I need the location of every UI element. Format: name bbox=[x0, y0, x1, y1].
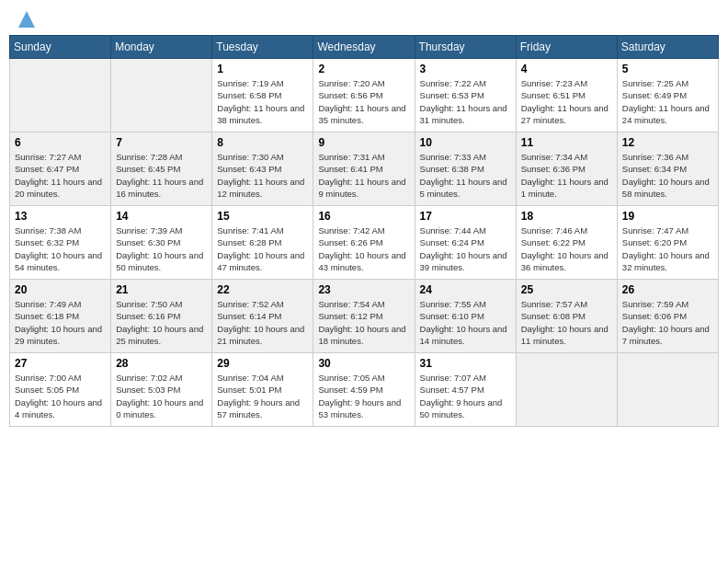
day-info: Sunrise: 7:28 AM Sunset: 6:45 PM Dayligh… bbox=[116, 151, 207, 200]
day-number: 28 bbox=[116, 357, 207, 370]
day-info: Sunrise: 7:47 AM Sunset: 6:20 PM Dayligh… bbox=[622, 224, 713, 273]
calendar-cell: 15Sunrise: 7:41 AM Sunset: 6:28 PM Dayli… bbox=[212, 206, 313, 280]
calendar-cell: 18Sunrise: 7:46 AM Sunset: 6:22 PM Dayli… bbox=[516, 206, 617, 280]
day-info: Sunrise: 7:36 AM Sunset: 6:34 PM Dayligh… bbox=[622, 151, 713, 200]
day-info: Sunrise: 7:22 AM Sunset: 6:53 PM Dayligh… bbox=[420, 77, 511, 126]
calendar-cell: 9Sunrise: 7:31 AM Sunset: 6:41 PM Daylig… bbox=[313, 132, 415, 206]
day-info: Sunrise: 7:49 AM Sunset: 6:18 PM Dayligh… bbox=[15, 298, 106, 347]
day-info: Sunrise: 7:54 AM Sunset: 6:12 PM Dayligh… bbox=[318, 298, 409, 347]
day-info: Sunrise: 7:19 AM Sunset: 6:58 PM Dayligh… bbox=[217, 77, 308, 126]
day-number: 27 bbox=[15, 357, 106, 370]
calendar-cell: 1Sunrise: 7:19 AM Sunset: 6:58 PM Daylig… bbox=[212, 59, 313, 132]
day-number: 5 bbox=[622, 63, 713, 75]
day-number: 29 bbox=[217, 357, 308, 370]
page-header bbox=[9, 9, 719, 28]
day-number: 22 bbox=[217, 283, 308, 296]
calendar-cell: 11Sunrise: 7:34 AM Sunset: 6:36 PM Dayli… bbox=[516, 132, 617, 206]
calendar-cell: 28Sunrise: 7:02 AM Sunset: 5:03 PM Dayli… bbox=[111, 353, 212, 427]
day-info: Sunrise: 7:25 AM Sunset: 6:49 PM Dayligh… bbox=[622, 77, 713, 126]
calendar-table: SundayMondayTuesdayWednesdayThursdayFrid… bbox=[9, 35, 719, 427]
day-info: Sunrise: 7:41 AM Sunset: 6:28 PM Dayligh… bbox=[217, 224, 308, 273]
day-info: Sunrise: 7:31 AM Sunset: 6:41 PM Dayligh… bbox=[318, 151, 409, 200]
day-number: 17 bbox=[420, 210, 511, 223]
calendar-cell: 16Sunrise: 7:42 AM Sunset: 6:26 PM Dayli… bbox=[313, 206, 415, 280]
day-number: 15 bbox=[217, 210, 308, 223]
calendar-cell: 22Sunrise: 7:52 AM Sunset: 6:14 PM Dayli… bbox=[212, 280, 313, 353]
day-number: 11 bbox=[521, 136, 612, 149]
calendar-week-row: 20Sunrise: 7:49 AM Sunset: 6:18 PM Dayli… bbox=[10, 280, 719, 353]
calendar-week-row: 1Sunrise: 7:19 AM Sunset: 6:58 PM Daylig… bbox=[10, 59, 719, 132]
calendar-cell: 27Sunrise: 7:00 AM Sunset: 5:05 PM Dayli… bbox=[10, 353, 111, 427]
weekday-header: Saturday bbox=[617, 36, 718, 59]
day-number: 13 bbox=[15, 210, 106, 223]
calendar-cell bbox=[10, 59, 111, 132]
calendar-week-row: 13Sunrise: 7:38 AM Sunset: 6:32 PM Dayli… bbox=[10, 206, 719, 280]
day-info: Sunrise: 7:07 AM Sunset: 4:57 PM Dayligh… bbox=[420, 372, 511, 420]
calendar-cell: 24Sunrise: 7:55 AM Sunset: 6:10 PM Dayli… bbox=[415, 280, 516, 353]
calendar-cell: 26Sunrise: 7:59 AM Sunset: 6:06 PM Dayli… bbox=[617, 280, 718, 353]
calendar-cell: 20Sunrise: 7:49 AM Sunset: 6:18 PM Dayli… bbox=[10, 280, 111, 353]
day-number: 9 bbox=[318, 136, 409, 149]
calendar-cell bbox=[111, 59, 212, 132]
calendar-week-row: 27Sunrise: 7:00 AM Sunset: 5:05 PM Dayli… bbox=[10, 353, 719, 427]
day-info: Sunrise: 7:20 AM Sunset: 6:56 PM Dayligh… bbox=[318, 77, 409, 126]
day-number: 26 bbox=[622, 283, 713, 296]
day-info: Sunrise: 7:34 AM Sunset: 6:36 PM Dayligh… bbox=[521, 151, 612, 200]
day-number: 25 bbox=[521, 283, 612, 296]
day-number: 31 bbox=[420, 357, 511, 370]
day-number: 19 bbox=[622, 210, 713, 223]
weekday-header: Monday bbox=[111, 36, 212, 59]
day-number: 20 bbox=[15, 283, 106, 296]
calendar-cell: 30Sunrise: 7:05 AM Sunset: 4:59 PM Dayli… bbox=[313, 353, 415, 427]
calendar-cell: 14Sunrise: 7:39 AM Sunset: 6:30 PM Dayli… bbox=[111, 206, 212, 280]
calendar-cell: 13Sunrise: 7:38 AM Sunset: 6:32 PM Dayli… bbox=[10, 206, 111, 280]
day-number: 8 bbox=[217, 136, 308, 149]
day-info: Sunrise: 7:39 AM Sunset: 6:30 PM Dayligh… bbox=[116, 224, 207, 273]
calendar-cell: 19Sunrise: 7:47 AM Sunset: 6:20 PM Dayli… bbox=[617, 206, 718, 280]
calendar-cell: 23Sunrise: 7:54 AM Sunset: 6:12 PM Dayli… bbox=[313, 280, 415, 353]
weekday-header: Tuesday bbox=[212, 36, 313, 59]
calendar-cell: 21Sunrise: 7:50 AM Sunset: 6:16 PM Dayli… bbox=[111, 280, 212, 353]
calendar-cell: 6Sunrise: 7:27 AM Sunset: 6:47 PM Daylig… bbox=[10, 132, 111, 206]
day-number: 18 bbox=[521, 210, 612, 223]
day-number: 6 bbox=[15, 136, 106, 149]
calendar-cell: 10Sunrise: 7:33 AM Sunset: 6:38 PM Dayli… bbox=[415, 132, 516, 206]
day-number: 24 bbox=[420, 283, 511, 296]
day-number: 7 bbox=[116, 136, 207, 149]
day-number: 3 bbox=[420, 63, 511, 75]
day-info: Sunrise: 7:46 AM Sunset: 6:22 PM Dayligh… bbox=[521, 224, 612, 273]
day-number: 2 bbox=[318, 63, 409, 75]
day-number: 14 bbox=[116, 210, 207, 223]
calendar-cell bbox=[516, 353, 617, 427]
day-info: Sunrise: 7:55 AM Sunset: 6:10 PM Dayligh… bbox=[420, 298, 511, 347]
calendar-cell: 4Sunrise: 7:23 AM Sunset: 6:51 PM Daylig… bbox=[516, 59, 617, 132]
day-info: Sunrise: 7:04 AM Sunset: 5:01 PM Dayligh… bbox=[217, 372, 308, 420]
day-number: 21 bbox=[116, 283, 207, 296]
calendar-cell: 5Sunrise: 7:25 AM Sunset: 6:49 PM Daylig… bbox=[617, 59, 718, 132]
day-info: Sunrise: 7:57 AM Sunset: 6:08 PM Dayligh… bbox=[521, 298, 612, 347]
weekday-header: Thursday bbox=[415, 36, 516, 59]
weekday-header: Wednesday bbox=[313, 36, 415, 59]
calendar-cell: 12Sunrise: 7:36 AM Sunset: 6:34 PM Dayli… bbox=[617, 132, 718, 206]
day-info: Sunrise: 7:50 AM Sunset: 6:16 PM Dayligh… bbox=[116, 298, 207, 347]
day-info: Sunrise: 7:27 AM Sunset: 6:47 PM Dayligh… bbox=[15, 151, 106, 200]
day-info: Sunrise: 7:05 AM Sunset: 4:59 PM Dayligh… bbox=[318, 372, 409, 420]
calendar-cell: 2Sunrise: 7:20 AM Sunset: 6:56 PM Daylig… bbox=[313, 59, 415, 132]
calendar-cell: 31Sunrise: 7:07 AM Sunset: 4:57 PM Dayli… bbox=[415, 353, 516, 427]
calendar-cell: 8Sunrise: 7:30 AM Sunset: 6:43 PM Daylig… bbox=[212, 132, 313, 206]
day-info: Sunrise: 7:44 AM Sunset: 6:24 PM Dayligh… bbox=[420, 224, 511, 273]
day-number: 23 bbox=[318, 283, 409, 296]
day-info: Sunrise: 7:02 AM Sunset: 5:03 PM Dayligh… bbox=[116, 372, 207, 420]
day-info: Sunrise: 7:00 AM Sunset: 5:05 PM Dayligh… bbox=[15, 372, 106, 420]
day-number: 12 bbox=[622, 136, 713, 149]
calendar-cell: 7Sunrise: 7:28 AM Sunset: 6:45 PM Daylig… bbox=[111, 132, 212, 206]
calendar-cell: 25Sunrise: 7:57 AM Sunset: 6:08 PM Dayli… bbox=[516, 280, 617, 353]
calendar-cell: 29Sunrise: 7:04 AM Sunset: 5:01 PM Dayli… bbox=[212, 353, 313, 427]
day-number: 4 bbox=[521, 63, 612, 75]
calendar-week-row: 6Sunrise: 7:27 AM Sunset: 6:47 PM Daylig… bbox=[10, 132, 719, 206]
day-info: Sunrise: 7:30 AM Sunset: 6:43 PM Dayligh… bbox=[217, 151, 308, 200]
calendar-cell bbox=[617, 353, 718, 427]
day-number: 10 bbox=[420, 136, 511, 149]
weekday-header: Friday bbox=[516, 36, 617, 59]
day-info: Sunrise: 7:23 AM Sunset: 6:51 PM Dayligh… bbox=[521, 77, 612, 126]
